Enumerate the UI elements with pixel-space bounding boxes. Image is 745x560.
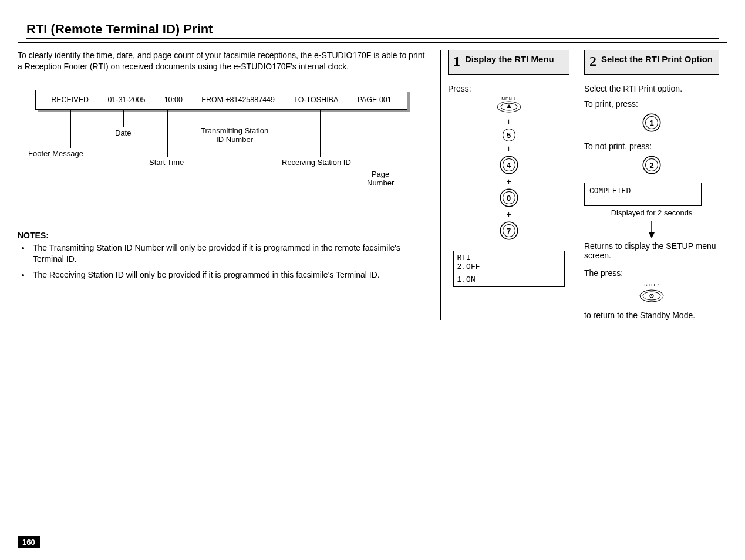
returns-text: Returns to display the SETUP menu screen… bbox=[584, 241, 719, 260]
plus-icon: + bbox=[448, 177, 569, 186]
step2-column: 2 Select the RTI Print Option Select the… bbox=[577, 50, 726, 320]
menu-label: MENU bbox=[448, 97, 569, 101]
callout-line bbox=[376, 110, 376, 168]
plus-icon: + bbox=[448, 144, 569, 153]
keypad-2-icon: 2 bbox=[645, 158, 658, 171]
plus-icon: + bbox=[448, 210, 569, 219]
thepress-text: The press: bbox=[584, 268, 719, 278]
lcd-text: RTI bbox=[457, 254, 471, 262]
stop-label: STOP bbox=[584, 282, 719, 288]
step1-number: 1 bbox=[453, 54, 460, 68]
notes-list: The Transmitting Station ID Number will … bbox=[31, 242, 429, 281]
printout-row: RECEIVED 01-31-2005 10:00 FROM-+81425887… bbox=[36, 90, 407, 109]
completed-display: COMPLETED bbox=[584, 183, 702, 206]
field-page: PAGE 001 bbox=[358, 96, 392, 104]
step1-title: Display the RTI Menu bbox=[465, 54, 554, 65]
svg-marker-4 bbox=[649, 232, 655, 238]
note-item: The Transmitting Station ID Number will … bbox=[31, 242, 429, 265]
keypad-1-icon: 1 bbox=[645, 116, 658, 129]
standby-text: to return to the Standby Mode. bbox=[584, 311, 719, 320]
field-received: RECEIVED bbox=[51, 96, 89, 104]
label-pagenum: Page Number bbox=[367, 170, 394, 187]
content-columns: To clearly identify the time, date, and … bbox=[18, 50, 727, 320]
keypad-7-icon: 7 bbox=[503, 224, 515, 237]
stop-button-graphic: STOP bbox=[584, 282, 719, 305]
label-date: Date bbox=[115, 129, 131, 137]
step2-header: 2 Select the RTI Print Option bbox=[584, 50, 719, 75]
key-sequence: MENU + 5 + 4 + 0 + 7 bbox=[448, 97, 569, 240]
callout-line bbox=[320, 110, 321, 157]
note-item: The Receiving Station ID will only be pr… bbox=[31, 269, 429, 281]
svg-point-8 bbox=[651, 295, 652, 296]
menu-button-icon bbox=[496, 101, 522, 113]
field-time: 10:00 bbox=[164, 96, 183, 104]
step2-number: 2 bbox=[589, 54, 596, 68]
title-box: RTI (Remote Terminal ID) Print bbox=[18, 18, 727, 43]
displayed-caption: Displayed for 2 seconds bbox=[584, 208, 719, 217]
arrow-down-icon bbox=[584, 221, 719, 240]
field-date: 01-31-2005 bbox=[107, 96, 145, 104]
label-rxid: Receiving Station ID bbox=[282, 158, 351, 167]
field-to: TO-TOSHIBA bbox=[294, 96, 338, 104]
callout-line bbox=[70, 110, 71, 148]
plus-icon: + bbox=[448, 117, 569, 126]
notes-heading: NOTES: bbox=[18, 231, 429, 240]
step2-title: Select the RTI Print Option bbox=[601, 54, 713, 65]
step2-line1: Select the RTI Print option. bbox=[584, 84, 719, 93]
lcd-line3: 1.ON bbox=[453, 273, 565, 287]
step2-line3: To not print, press: bbox=[584, 141, 719, 151]
field-from: FROM-+81425887449 bbox=[201, 96, 275, 104]
intro-text: To clearly identify the time, date, and … bbox=[18, 50, 429, 72]
lcd-text: 2.OFF bbox=[457, 262, 480, 271]
lcd-line1: RTI 2.OFF bbox=[454, 251, 564, 274]
label-start: Start Time bbox=[149, 158, 184, 167]
label-txid: Transmitting Station ID Number bbox=[201, 126, 268, 144]
page-number: 160 bbox=[18, 536, 40, 548]
step1-column: 1 Display the RTI Menu Press: MENU + 5 +… bbox=[440, 50, 577, 320]
printout-diagram: RECEIVED 01-31-2005 10:00 FROM-+81425887… bbox=[35, 90, 411, 213]
keypad-4-icon: 4 bbox=[503, 158, 515, 171]
step1-header: 1 Display the RTI Menu bbox=[448, 50, 569, 75]
left-column: To clearly identify the time, date, and … bbox=[18, 50, 440, 320]
keypad-0-icon: 0 bbox=[503, 191, 515, 204]
printout-box: RECEIVED 01-31-2005 10:00 FROM-+81425887… bbox=[35, 90, 407, 110]
step2-line2: To print, press: bbox=[584, 99, 719, 109]
callout-line bbox=[123, 110, 124, 127]
keypad-5-icon: 5 bbox=[503, 129, 515, 141]
stop-button-icon bbox=[639, 289, 665, 303]
callout-line bbox=[235, 110, 235, 127]
press-label: Press: bbox=[448, 84, 569, 93]
lcd-display: RTI 2.OFF 1.ON bbox=[453, 251, 565, 287]
page-title: RTI (Remote Terminal ID) Print bbox=[26, 22, 719, 39]
callout-line bbox=[167, 110, 168, 157]
label-footer: Footer Message bbox=[28, 149, 83, 158]
